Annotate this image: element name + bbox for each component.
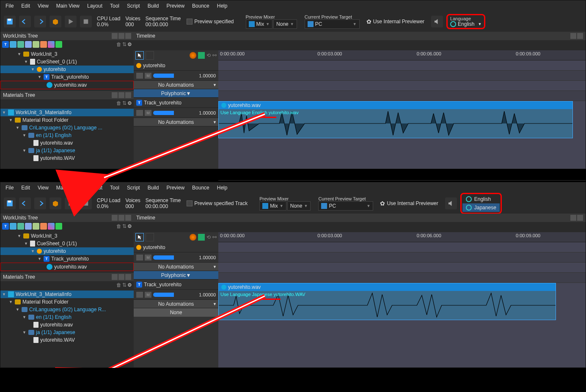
filter-icon-6[interactable] bbox=[48, 223, 55, 230]
trash-icon[interactable]: 🗑 bbox=[116, 41, 121, 47]
lock-icon[interactable] bbox=[112, 274, 118, 280]
tree-crilang[interactable]: ▼CriLanguages (0/2) Language ... bbox=[0, 124, 134, 132]
save-button[interactable] bbox=[4, 16, 16, 27]
language-selector[interactable]: Language English▼ bbox=[446, 14, 485, 29]
skip-button[interactable] bbox=[198, 52, 205, 59]
tree-en-folder[interactable]: ▼en (1/1) English bbox=[0, 313, 134, 321]
dock-icon[interactable] bbox=[118, 92, 124, 98]
stop-button[interactable] bbox=[80, 197, 92, 209]
none-row[interactable]: None bbox=[134, 308, 218, 317]
mute-button[interactable]: M bbox=[145, 292, 151, 298]
tree-wav[interactable]: yutorehito.wav bbox=[0, 81, 134, 89]
pointer-tool[interactable] bbox=[135, 51, 144, 60]
gear-icon[interactable]: ⚙ bbox=[127, 41, 132, 47]
package-button[interactable] bbox=[50, 197, 61, 209]
timeline-ruler[interactable]: 0:00:00.000 0:00:03.000 0:00:06.000 0:00… bbox=[218, 232, 586, 242]
filter-icon-4[interactable] bbox=[33, 41, 39, 48]
polyphonic-row[interactable]: Polyphonic▼ bbox=[134, 271, 218, 280]
tree-cue[interactable]: ▼yutorehito bbox=[0, 247, 134, 255]
tree-track[interactable]: ▼TTrack_yutorehito bbox=[0, 255, 134, 263]
mute-button[interactable]: M bbox=[145, 110, 151, 116]
gear-icon[interactable]: ⚙ bbox=[127, 100, 132, 106]
volume-slider[interactable] bbox=[153, 111, 183, 115]
close-icon[interactable] bbox=[577, 215, 583, 221]
timeline-ruler[interactable]: 0:00:00.000 0:00:03.000 0:00:06.000 0:00… bbox=[218, 50, 586, 60]
close-icon[interactable] bbox=[125, 92, 131, 98]
lang-option-japanese[interactable]: Japanese bbox=[462, 203, 500, 212]
lock-icon[interactable] bbox=[112, 33, 118, 39]
play-button[interactable] bbox=[65, 197, 77, 209]
undo-button[interactable] bbox=[19, 197, 31, 209]
menu-preview[interactable]: Preview bbox=[166, 3, 184, 9]
menu-script[interactable]: Script bbox=[127, 185, 140, 191]
cue-row[interactable]: yutorehito bbox=[134, 242, 218, 252]
menu-help[interactable]: Help bbox=[217, 185, 228, 191]
automation-row-2[interactable]: No Automations▼ bbox=[134, 300, 218, 308]
play-button[interactable] bbox=[65, 16, 77, 27]
pointer-tool[interactable] bbox=[135, 233, 144, 241]
sort-icon[interactable]: ⇅ bbox=[122, 100, 127, 106]
menu-preview[interactable]: Preview bbox=[166, 185, 184, 191]
save-button[interactable] bbox=[4, 197, 16, 209]
mix-none-dropdown[interactable]: None▼ bbox=[273, 19, 297, 29]
mix-none-dropdown[interactable]: None▼ bbox=[287, 201, 311, 211]
tree-cuesheet[interactable]: ▼CueSheet_0 (1/1) bbox=[0, 240, 134, 247]
gear-icon[interactable]: ⚙ bbox=[127, 223, 132, 229]
timeline-lanes[interactable]: yutorehito.wav Use Language English yuto… bbox=[218, 60, 586, 169]
crop-tool[interactable] bbox=[146, 51, 154, 60]
menu-view[interactable]: View bbox=[38, 185, 49, 191]
sort-icon[interactable]: ⇅ bbox=[122, 223, 127, 229]
tree-matinfo[interactable]: ▼WorkUnit_3_MaterialInfo bbox=[0, 291, 134, 298]
filter-icon-2[interactable] bbox=[17, 41, 24, 48]
trash-icon[interactable]: 🗑 bbox=[116, 223, 121, 229]
timeline-lanes[interactable]: yutorehito.wav Use Language Japanese yut… bbox=[218, 242, 586, 367]
redo-button[interactable] bbox=[34, 16, 46, 27]
menu-tool[interactable]: Tool bbox=[110, 3, 119, 9]
cue-row[interactable]: yutorehito bbox=[134, 60, 218, 71]
filter-icon-4[interactable] bbox=[33, 223, 39, 230]
skip-button[interactable] bbox=[198, 234, 205, 241]
tree-rootfolder[interactable]: ▼Material Root Folder bbox=[0, 116, 134, 124]
tree-workunit[interactable]: ▼WorkUnit_3 bbox=[0, 50, 134, 58]
dock-icon[interactable] bbox=[118, 215, 124, 221]
target-pc-dropdown[interactable]: PC▼ bbox=[318, 201, 373, 211]
filter-icon-3[interactable] bbox=[25, 41, 32, 48]
tree-ja-folder[interactable]: ▼ja (1/1) Japanese bbox=[0, 147, 134, 154]
tree-workunit[interactable]: ▼WorkUnit_3 bbox=[0, 232, 134, 240]
dock-icon[interactable] bbox=[118, 274, 124, 280]
filter-icon-3[interactable] bbox=[25, 223, 32, 230]
mute-button[interactable]: M bbox=[145, 255, 151, 260]
volume-slider[interactable] bbox=[153, 293, 183, 297]
undo-button[interactable] bbox=[19, 16, 31, 27]
loop-icon[interactable]: ⟲ bbox=[206, 234, 211, 240]
track-vol-row[interactable]: M1.00000 bbox=[134, 108, 218, 118]
filter-icon-6[interactable] bbox=[48, 41, 55, 48]
close-icon[interactable] bbox=[125, 215, 131, 221]
flag-icon[interactable] bbox=[55, 41, 62, 48]
volume-slider[interactable] bbox=[153, 74, 183, 78]
tree-rootfolder[interactable]: ▼Material Root Folder bbox=[0, 298, 134, 306]
lang-option-english[interactable]: English bbox=[462, 195, 500, 203]
gear-icon[interactable]: ⚙ bbox=[127, 282, 132, 288]
menu-build[interactable]: Build bbox=[148, 185, 159, 191]
menu-script[interactable]: Script bbox=[127, 3, 140, 9]
menu-edit[interactable]: Edit bbox=[21, 185, 30, 191]
redo-button[interactable] bbox=[34, 197, 46, 209]
tree-matinfo[interactable]: ▼WorkUnit_3_MaterialInfo bbox=[0, 109, 134, 116]
tree-track[interactable]: ▼TTrack_yutorehito bbox=[0, 73, 134, 81]
close-icon[interactable] bbox=[125, 33, 131, 39]
menu-tool[interactable]: Tool bbox=[110, 185, 119, 191]
sort-icon[interactable]: ⇅ bbox=[122, 282, 127, 288]
cue-vol-row[interactable]: M1.00000 bbox=[134, 71, 218, 81]
tree-crilang[interactable]: ▼CriLanguages (0/2) Language R... bbox=[0, 306, 134, 313]
menu-bounce[interactable]: Bounce bbox=[192, 185, 209, 191]
lock-icon[interactable] bbox=[112, 92, 118, 98]
tree-cuesheet[interactable]: ▼CueSheet_0 (1/1) bbox=[0, 58, 134, 66]
tree-ja-wav[interactable]: yutorehito.WAV bbox=[0, 336, 134, 344]
track-row[interactable]: TTrack_yutorehito bbox=[134, 280, 218, 290]
filter-icon-1[interactable] bbox=[10, 41, 17, 48]
tree-en-folder[interactable]: ▼en (1/1) English bbox=[0, 132, 134, 139]
mute-button[interactable]: M bbox=[145, 73, 151, 79]
package-button[interactable] bbox=[50, 16, 61, 27]
record-button[interactable] bbox=[190, 52, 196, 59]
